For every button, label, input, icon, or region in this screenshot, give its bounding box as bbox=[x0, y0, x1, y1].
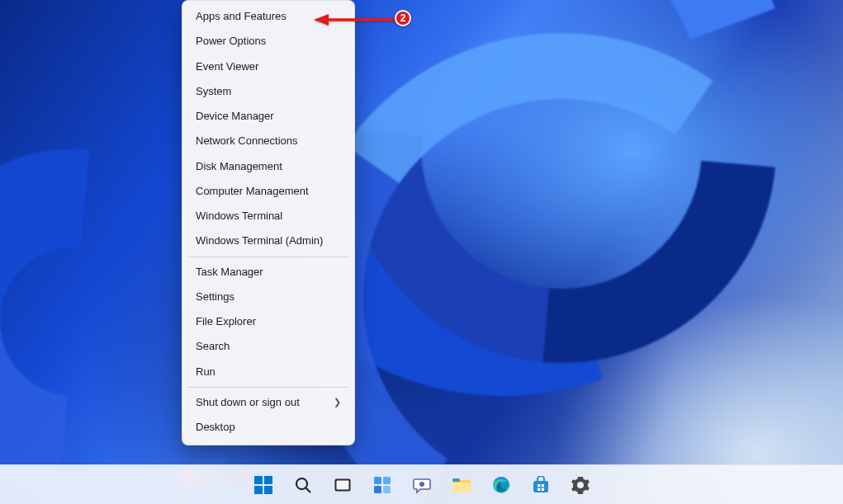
task-view-icon bbox=[334, 476, 352, 494]
svg-rect-17 bbox=[452, 483, 471, 492]
menu-item-label: Event Viewer bbox=[196, 60, 258, 73]
chat-icon bbox=[413, 476, 431, 494]
menu-item-power-options[interactable]: Power Options bbox=[182, 29, 354, 54]
svg-point-25 bbox=[578, 483, 582, 487]
annotation-badge-2: 2 bbox=[395, 10, 411, 26]
menu-item-windows-terminal-admin[interactable]: Windows Terminal (Admin) bbox=[182, 228, 354, 253]
taskbar-start-button[interactable] bbox=[247, 469, 280, 502]
svg-rect-4 bbox=[254, 476, 263, 484]
menu-item-label: File Explorer bbox=[196, 315, 256, 328]
taskbar-edge-button[interactable] bbox=[485, 469, 518, 502]
menu-item-label: Computer Management bbox=[196, 185, 309, 198]
taskbar-search-button[interactable] bbox=[287, 469, 320, 502]
menu-item-label: Windows Terminal (Admin) bbox=[196, 234, 323, 247]
menu-item-event-viewer[interactable]: Event Viewer bbox=[182, 54, 354, 79]
menu-item-device-manager[interactable]: Device Manager bbox=[182, 104, 354, 129]
menu-item-label: Disk Management bbox=[196, 160, 282, 173]
menu-item-windows-terminal[interactable]: Windows Terminal bbox=[182, 204, 354, 228]
menu-item-file-explorer[interactable]: File Explorer bbox=[182, 309, 354, 334]
desktop: Apps and Features Power Options Event Vi… bbox=[0, 0, 843, 504]
taskbar-settings-button[interactable] bbox=[564, 469, 597, 502]
svg-rect-20 bbox=[533, 481, 548, 492]
menu-separator bbox=[187, 257, 349, 257]
menu-item-run[interactable]: Run bbox=[182, 360, 354, 384]
svg-rect-6 bbox=[254, 486, 263, 494]
svg-rect-7 bbox=[264, 486, 272, 494]
menu-item-shut-down-or-sign-out[interactable]: Shut down or sign out ❯ bbox=[182, 390, 354, 415]
widgets-icon bbox=[373, 476, 391, 494]
menu-item-search[interactable]: Search bbox=[182, 334, 354, 359]
winx-context-menu[interactable]: Apps and Features Power Options Event Vi… bbox=[182, 0, 355, 445]
taskbar-widgets-button[interactable] bbox=[366, 469, 399, 502]
annotation-badge-label: 2 bbox=[400, 12, 406, 24]
svg-rect-18 bbox=[452, 478, 460, 482]
taskbar-task-view-button[interactable] bbox=[326, 469, 359, 502]
menu-item-label: Search bbox=[196, 340, 230, 353]
svg-rect-21 bbox=[538, 484, 540, 487]
store-icon bbox=[532, 476, 550, 494]
menu-item-label: Apps and Features bbox=[196, 10, 287, 23]
windows-start-icon bbox=[254, 476, 272, 494]
menu-item-label: System bbox=[196, 85, 231, 98]
menu-item-desktop[interactable]: Desktop bbox=[182, 415, 354, 440]
taskbar bbox=[0, 464, 843, 504]
menu-item-apps-and-features[interactable]: Apps and Features bbox=[182, 4, 354, 29]
svg-rect-13 bbox=[383, 477, 391, 484]
svg-point-8 bbox=[296, 478, 307, 489]
menu-item-computer-management[interactable]: Computer Management bbox=[182, 179, 354, 204]
taskbar-store-button[interactable] bbox=[524, 469, 557, 502]
menu-separator bbox=[187, 387, 349, 388]
menu-item-label: Run bbox=[196, 365, 215, 379]
gear-icon bbox=[571, 476, 590, 494]
svg-rect-24 bbox=[541, 488, 543, 490]
svg-rect-15 bbox=[383, 486, 391, 493]
menu-item-label: Power Options bbox=[196, 35, 266, 48]
svg-rect-5 bbox=[264, 476, 272, 484]
menu-item-label: Windows Terminal bbox=[196, 210, 282, 223]
menu-item-label: Settings bbox=[196, 290, 234, 304]
svg-rect-22 bbox=[541, 484, 543, 487]
file-explorer-icon bbox=[452, 476, 471, 494]
menu-item-system[interactable]: System bbox=[182, 79, 354, 104]
menu-item-task-manager[interactable]: Task Manager bbox=[182, 260, 354, 285]
svg-rect-14 bbox=[374, 486, 381, 493]
svg-rect-11 bbox=[336, 480, 348, 489]
menu-item-label: Shut down or sign out bbox=[196, 396, 300, 409]
menu-item-label: Desktop bbox=[196, 421, 235, 434]
svg-rect-12 bbox=[374, 477, 381, 484]
svg-point-16 bbox=[419, 482, 424, 487]
menu-item-label: Device Manager bbox=[196, 110, 274, 123]
menu-item-disk-management[interactable]: Disk Management bbox=[182, 154, 354, 179]
menu-item-network-connections[interactable]: Network Connections bbox=[182, 129, 354, 153]
edge-icon bbox=[492, 476, 510, 494]
menu-item-label: Network Connections bbox=[196, 134, 298, 148]
taskbar-file-explorer-button[interactable] bbox=[445, 469, 478, 502]
menu-item-label: Task Manager bbox=[196, 266, 263, 279]
search-icon bbox=[294, 476, 312, 494]
svg-line-9 bbox=[305, 488, 310, 492]
taskbar-chat-button[interactable] bbox=[405, 469, 438, 502]
chevron-right-icon: ❯ bbox=[334, 397, 341, 408]
svg-rect-23 bbox=[538, 488, 540, 490]
menu-item-settings[interactable]: Settings bbox=[182, 285, 354, 309]
